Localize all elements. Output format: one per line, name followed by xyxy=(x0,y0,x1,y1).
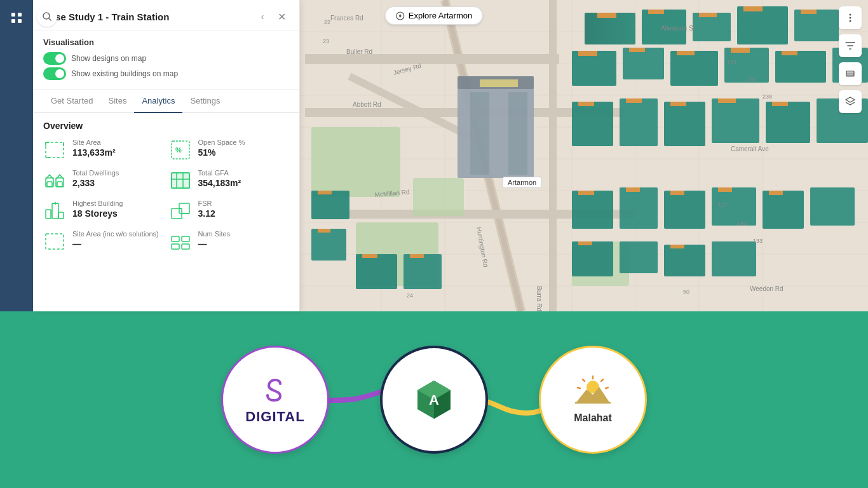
svg-rect-74 xyxy=(362,254,377,258)
svg-rect-64 xyxy=(578,102,594,106)
svg-rect-114 xyxy=(11,13,15,17)
metrics-grid: Site Area 113,633m² % Open Space % 51% xyxy=(43,139,289,253)
svg-line-163 xyxy=(606,388,608,388)
svg-line-149 xyxy=(49,18,51,20)
explore-label: Explore Artarmon xyxy=(409,11,472,20)
svg-rect-58 xyxy=(572,102,613,146)
site-area-value: 113,633m² xyxy=(72,147,116,158)
explore-artarmon-button[interactable]: Explore Artarmon xyxy=(385,6,483,25)
fsr-label: FSR xyxy=(198,200,215,207)
svg-rect-82 xyxy=(670,191,684,195)
num-sites-icon xyxy=(169,230,192,253)
svg-rect-41 xyxy=(801,10,817,14)
svg-text:235: 235 xyxy=(747,76,756,83)
svg-text:130: 130 xyxy=(737,220,747,227)
digital-logo-container: DIGITAL xyxy=(221,346,329,454)
svg-rect-92 xyxy=(670,245,684,248)
stack-button[interactable] xyxy=(839,90,862,113)
svg-rect-116 xyxy=(11,19,15,23)
building-height-icon xyxy=(43,200,66,222)
visualisation-title: Visualisation xyxy=(43,37,289,47)
svg-text:A: A xyxy=(429,392,439,408)
svg-text:%: % xyxy=(175,146,182,154)
show-designs-toggle[interactable] xyxy=(43,52,66,65)
fsr-value: 3.12 xyxy=(198,208,215,219)
svg-rect-89 xyxy=(578,241,592,245)
svg-rect-65 xyxy=(626,98,642,103)
svg-line-164 xyxy=(583,379,585,381)
collapse-button[interactable]: ‹ xyxy=(255,9,270,24)
svg-point-153 xyxy=(850,20,851,22)
analytics-content: Overview Site Area 113,633m² xyxy=(33,113,299,311)
building-logo: A xyxy=(380,346,488,454)
artarmon-label: Artarmon xyxy=(502,177,542,188)
svg-line-165 xyxy=(578,388,580,388)
svg-line-162 xyxy=(601,379,603,381)
svg-rect-129 xyxy=(172,173,189,188)
svg-rect-81 xyxy=(664,191,705,229)
malahat-icon: Malahat xyxy=(574,376,612,424)
svg-rect-91 xyxy=(664,245,705,276)
tab-analytics[interactable]: Analytics xyxy=(134,90,182,113)
svg-text:Cameralt Ave: Cameralt Ave xyxy=(731,146,769,152)
svg-rect-78 xyxy=(578,191,594,195)
highest-building-value: 18 Storeys xyxy=(72,208,123,219)
svg-rect-48 xyxy=(578,51,597,56)
svg-rect-60 xyxy=(664,102,705,146)
num-sites-label: Num Sites xyxy=(198,230,231,238)
svg-rect-61 xyxy=(712,98,759,143)
svg-text:231: 231 xyxy=(728,58,737,65)
show-existing-toggle[interactable] xyxy=(43,67,66,80)
layers-button[interactable] xyxy=(839,62,862,85)
svg-rect-39 xyxy=(699,13,717,17)
metric-site-area-2: Site Area (inc w/o solutions) — xyxy=(43,230,164,253)
digital-text: DIGITAL xyxy=(245,409,304,425)
svg-rect-143 xyxy=(46,234,64,249)
svg-rect-52 xyxy=(782,51,797,55)
svg-rect-70 xyxy=(318,191,332,194)
svg-rect-86 xyxy=(769,191,783,195)
svg-rect-75 xyxy=(403,254,442,289)
close-button[interactable]: ✕ xyxy=(274,9,289,24)
open-space-label: Open Space % xyxy=(198,139,245,146)
apps-icon[interactable] xyxy=(5,6,28,29)
fsr-icon xyxy=(169,200,192,222)
svg-text:Burra Rd: Burra Rd xyxy=(536,286,543,311)
svg-text:Weedon Rd: Weedon Rd xyxy=(750,285,783,292)
svg-rect-67 xyxy=(718,98,736,103)
svg-rect-62 xyxy=(766,102,810,143)
malahat-text: Malahat xyxy=(574,412,612,424)
tab-sites[interactable]: Sites xyxy=(100,90,134,113)
svg-text:50: 50 xyxy=(683,288,689,295)
svg-rect-56 xyxy=(508,92,527,175)
dwellings-icon xyxy=(43,169,66,192)
tab-settings[interactable]: Settings xyxy=(182,90,227,113)
svg-rect-37 xyxy=(597,13,616,18)
svg-rect-35 xyxy=(737,6,788,44)
svg-rect-79 xyxy=(620,187,658,229)
svg-rect-93 xyxy=(712,241,756,276)
search-button[interactable] xyxy=(37,6,57,27)
svg-rect-42 xyxy=(572,51,616,86)
open-space-value: 51% xyxy=(198,147,245,158)
svg-text:24: 24 xyxy=(407,292,413,299)
metric-fsr: FSR 3.12 xyxy=(169,200,290,222)
filter-button[interactable] xyxy=(839,34,862,57)
panel-tabs: Get Started Sites Analytics Settings xyxy=(33,90,299,113)
svg-point-152 xyxy=(850,17,851,19)
svg-rect-146 xyxy=(172,244,179,249)
svg-text:Abbott Rd: Abbott Rd xyxy=(353,101,381,108)
svg-rect-147 xyxy=(182,244,189,249)
dots-menu-button[interactable] xyxy=(839,6,862,29)
svg-rect-27 xyxy=(311,127,400,197)
svg-rect-57 xyxy=(480,79,518,87)
svg-rect-84 xyxy=(718,187,732,192)
svg-rect-51 xyxy=(731,48,750,53)
metric-site-area: Site Area 113,633m² xyxy=(43,139,164,161)
svg-rect-76 xyxy=(410,254,424,258)
svg-rect-44 xyxy=(670,51,718,86)
svg-rect-72 xyxy=(318,229,330,233)
svg-rect-68 xyxy=(772,102,788,106)
svg-rect-145 xyxy=(182,236,189,241)
tab-get-started[interactable]: Get Started xyxy=(43,90,100,113)
